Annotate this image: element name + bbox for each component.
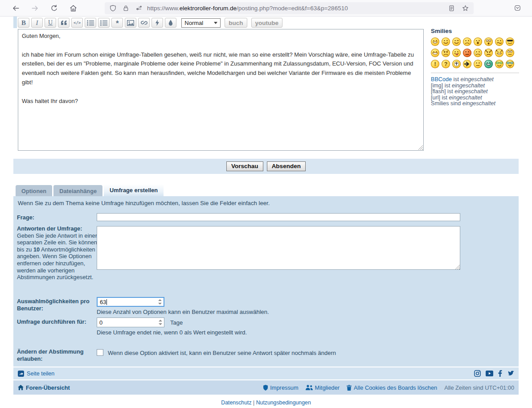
poll-length-unit: Tage: [170, 319, 183, 326]
poll-vote-change-label: Ändern der Abstimmung erlauben:: [17, 348, 84, 362]
delete-cookies-link[interactable]: Alle Cookies des Boards löschen: [347, 384, 437, 391]
smiley-twisted-evil[interactable]: [495, 49, 503, 57]
poll-panel: Wenn Sie zu dem Thema keine Umfrage hinz…: [13, 196, 519, 367]
smiley-sad[interactable]: [463, 37, 471, 46]
chevron-down-icon: [214, 22, 217, 24]
poll-question-input[interactable]: [97, 213, 460, 221]
tab-options[interactable]: Optionen: [16, 185, 52, 197]
smiley-smile[interactable]: [442, 37, 450, 46]
smiley-surprised[interactable]: [474, 37, 482, 46]
poll-intro: Wenn Sie zu dem Thema keine Umfrage hinz…: [18, 200, 270, 206]
smiley-confused[interactable]: [495, 37, 503, 46]
smiley-crying[interactable]: [474, 49, 482, 57]
smiley-exclamation[interactable]: !: [431, 60, 439, 68]
text-caret: [106, 299, 107, 305]
smiley-razz[interactable]: [452, 49, 461, 57]
smiley-mr-green[interactable]: [484, 60, 493, 68]
tab-create-poll[interactable]: Umfrage erstellen: [104, 184, 164, 197]
posting-tabs: Optionen Dateianhänge Umfrage erstellen: [16, 184, 164, 197]
impressum-link[interactable]: Impressum: [263, 384, 298, 391]
facebook-icon[interactable]: [498, 370, 502, 377]
submit-button[interactable]: Absenden: [267, 161, 306, 171]
smiley-wink[interactable]: [452, 37, 461, 46]
poll-answers-textarea[interactable]: [97, 226, 460, 270]
poll-answers-label: Antworten der Umfrage:: [17, 225, 82, 232]
smilies-panel: Smilies !? BBCode ist eingeschaltet [img…: [431, 28, 520, 107]
toolbar-bold-button[interactable]: B: [18, 18, 29, 28]
toolbar-font-colour-button[interactable]: [165, 18, 176, 28]
toolbar-underline-button[interactable]: U: [45, 18, 56, 28]
smiley-idea[interactable]: [452, 60, 461, 68]
smiley-arrow[interactable]: [463, 60, 471, 68]
smiley-embarrassed[interactable]: [463, 49, 471, 57]
tab-attachments[interactable]: Dateianhänge: [53, 185, 102, 197]
font-size-select[interactable]: Normal: [181, 18, 221, 28]
toolbar-flash-button[interactable]: [151, 18, 163, 28]
smilies-title: Smilies: [431, 28, 520, 34]
smilies-grid: !?: [431, 37, 520, 68]
toolbar-italic-button[interactable]: I: [31, 18, 43, 28]
smiley-geek[interactable]: [495, 60, 503, 68]
poll-length-value: 0: [99, 319, 102, 326]
smiley-laughing[interactable]: [431, 49, 439, 57]
url-bar[interactable]: https://www.elektroroller-forum.de/posti…: [105, 2, 474, 14]
shield-icon: [263, 385, 268, 391]
home-icon[interactable]: [69, 4, 78, 12]
bookmark-star-icon[interactable]: [462, 4, 469, 12]
bbcode-toolbar: BIU</>* Normal buch youtube: [18, 18, 282, 28]
smiley-cool[interactable]: [506, 37, 514, 46]
poll-answers-help: Geben Sie jede Antwort in einer separate…: [17, 232, 97, 281]
share-icon: [18, 371, 24, 377]
board-index-link[interactable]: Foren-Übersicht: [18, 384, 70, 391]
back-icon[interactable]: [12, 4, 20, 12]
share-bar: Seite teilen: [13, 367, 519, 379]
url-text: https://www.elektroroller-forum.de/posti…: [147, 5, 348, 12]
terms-link[interactable]: Nutzungsbedingungen: [256, 400, 311, 406]
toolbar-url-button[interactable]: [138, 18, 150, 28]
members-link[interactable]: Mitglieder: [306, 384, 340, 391]
poll-vote-change-checkbox[interactable]: [97, 349, 103, 356]
panel-edge-sliver: [13, 16, 17, 28]
youtube-icon[interactable]: [486, 371, 493, 376]
toolbar-image-button[interactable]: [125, 18, 136, 28]
twitter-icon[interactable]: [507, 371, 514, 376]
message-textarea[interactable]: Guten Morgen, ich habe hier im Forum sch…: [18, 29, 424, 151]
smiley-uber-geek[interactable]: [506, 60, 514, 68]
reload-icon[interactable]: [50, 4, 58, 12]
number-spinner[interactable]: [157, 318, 164, 327]
smiley-question[interactable]: ?: [442, 60, 450, 68]
lock-icon[interactable]: [122, 4, 130, 12]
svg-text:?: ?: [444, 61, 448, 67]
preview-button[interactable]: Vorschau: [226, 161, 263, 171]
toolbar-buch-button[interactable]: buch: [225, 18, 247, 28]
toolbar-code-button[interactable]: </>: [71, 18, 83, 28]
permissions-icon[interactable]: [135, 4, 143, 12]
poll-length-input[interactable]: 0: [97, 317, 164, 327]
smiley-very-happy[interactable]: [431, 37, 439, 46]
poll-max-options-value: 63: [100, 299, 106, 305]
font-size-value: Normal: [184, 20, 203, 26]
poll-max-options-input[interactable]: 63: [97, 297, 164, 307]
toolbar-youtube-button[interactable]: youtube: [251, 18, 283, 28]
toolbar-list-ordered-button[interactable]: [98, 18, 110, 28]
privacy-link[interactable]: Datenschutz: [221, 400, 251, 406]
smiley-shocked[interactable]: [484, 37, 493, 46]
forward-icon[interactable]: [31, 4, 39, 12]
timezone-text: Alle Zeiten sind UTC+01:00: [444, 384, 514, 391]
toolbar-list-bullet-button[interactable]: [85, 18, 96, 28]
share-page-link[interactable]: Seite teilen: [27, 371, 54, 377]
url-path: /posting.php?mode=edit&f=63&p=286510: [237, 5, 348, 12]
toolbar-list-item-button[interactable]: *: [111, 18, 123, 28]
toolbar-quote-button[interactable]: [58, 18, 70, 28]
shield-icon[interactable]: [109, 4, 117, 12]
smiley-neutral[interactable]: [474, 60, 482, 68]
bbcode-help-link[interactable]: BBCode: [431, 76, 452, 82]
instagram-icon[interactable]: [474, 370, 481, 377]
poll-vote-change-help: Wenn diese Option aktiviert ist, kann ei…: [108, 350, 336, 356]
number-spinner[interactable]: [156, 298, 164, 306]
smiley-rolling-eyes[interactable]: [506, 49, 514, 57]
pocket-icon[interactable]: [514, 4, 521, 12]
reader-mode-icon[interactable]: [448, 4, 455, 12]
smiley-mad[interactable]: [442, 49, 450, 57]
smiley-evil[interactable]: [484, 49, 493, 57]
